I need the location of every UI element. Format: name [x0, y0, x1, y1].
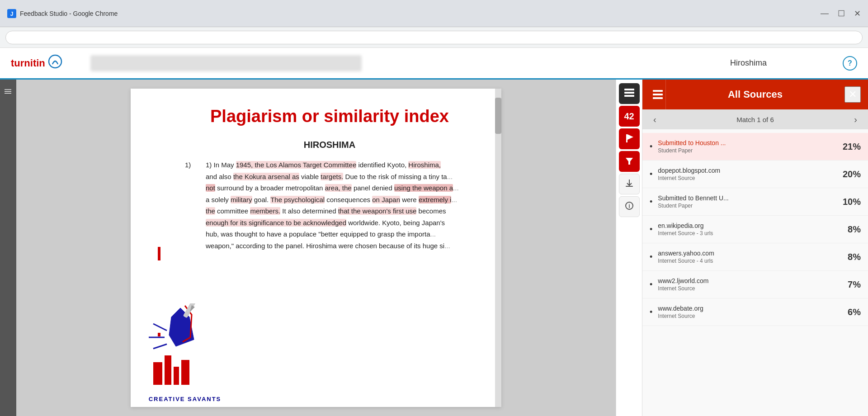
layers-icon: [624, 88, 634, 100]
address-bar-input[interactable]: [5, 31, 863, 44]
list-item-1: 1) 1) In May 1945, the Los Alamos Target…: [185, 159, 474, 251]
minimize-button[interactable]: —: [821, 9, 829, 19]
source-info: en.wikipedia.orgInternet Source - 3 urls: [658, 222, 834, 236]
info-button[interactable]: i: [619, 196, 640, 217]
source-type: Student Paper: [658, 203, 834, 209]
document-viewer: Plagiarism or similarity index HIROSHIMA…: [16, 80, 616, 416]
panel-header-left: [650, 80, 666, 109]
filter-button[interactable]: [619, 151, 640, 172]
turnitin-icon-svg: [48, 54, 62, 69]
source-item-7[interactable]: •www.debate.orgInternet Source6%: [642, 298, 868, 326]
scroll-thumb[interactable]: [495, 98, 501, 134]
highlight-psychological: The psychological: [270, 196, 325, 203]
source-name: en.wikipedia.org: [658, 222, 834, 229]
source-type: Internet Source: [658, 285, 834, 292]
browser-favicon: J: [7, 9, 16, 18]
source-name: dopepot.blogspot.com: [658, 167, 834, 174]
bookmark-marker-1: [158, 247, 160, 260]
highlight-1945: 1945, the Los Alamos Target Committee: [236, 161, 357, 169]
highlight-extremely: extremely i: [419, 196, 452, 203]
document-title: Hiroshima: [730, 58, 767, 68]
source-bullet-icon: •: [650, 280, 652, 289]
source-name: Submitted to Houston ...: [658, 139, 834, 147]
logo-area: CREATIVE SAVANTS: [126, 303, 244, 402]
source-percent: 6%: [834, 307, 861, 317]
source-percent: 20%: [834, 169, 861, 180]
highlight-hiroshima: Hiroshima,: [408, 161, 441, 169]
source-type: Student Paper: [658, 147, 834, 154]
source-name: www.debate.org: [658, 305, 834, 312]
source-item-5[interactable]: •answers.yahoo.comInternet Source - 4 ur…: [642, 243, 868, 271]
turnitin-logo-icon: [48, 54, 62, 72]
help-button[interactable]: ?: [843, 56, 857, 71]
flag-icon: [624, 133, 634, 145]
browser-title: J Feedback Studio - Google Chrome: [7, 9, 118, 18]
right-panel: All Sources ✕ ‹ Match 1 of 6 › •Submitte…: [642, 80, 868, 416]
source-bullet-icon: •: [650, 170, 652, 179]
source-percent: 8%: [834, 224, 861, 235]
source-item-3[interactable]: •Submitted to Bennett U...Student Paper1…: [642, 188, 868, 216]
close-button[interactable]: ✕: [854, 9, 861, 19]
highlight-members: members.: [250, 207, 280, 215]
score-button[interactable]: 42: [619, 106, 640, 127]
main-content: ||| Plagiarism or similarity index HIROS…: [0, 80, 868, 416]
layers-button[interactable]: [619, 83, 640, 104]
svg-text:i: i: [628, 203, 630, 209]
flag-button[interactable]: [619, 128, 640, 149]
source-percent: 8%: [834, 252, 861, 262]
source-percent: 10%: [834, 197, 861, 207]
blurred-content: [90, 55, 362, 71]
source-bullet-icon: •: [650, 252, 652, 262]
next-match-button[interactable]: ›: [850, 113, 861, 127]
svg-text:J: J: [10, 11, 14, 17]
list-number: 1): [185, 159, 198, 251]
svg-rect-7: [183, 303, 196, 318]
svg-marker-14: [626, 158, 633, 165]
source-name: www2.ljworld.com: [658, 277, 834, 284]
source-item-1[interactable]: •Submitted to Houston ...Student Paper21…: [642, 133, 868, 161]
source-item-2[interactable]: •dopepot.blogspot.comInternet Source20%: [642, 161, 868, 188]
panel-close-button[interactable]: ✕: [844, 86, 861, 103]
turnitin-logo: turnitin: [11, 54, 62, 72]
highlight-using: using the weapon a: [394, 184, 453, 192]
prev-match-button[interactable]: ‹: [650, 113, 660, 127]
highlight-military: military: [231, 196, 252, 203]
paragraph-text: 1) In May 1945, the Los Alamos Target Co…: [206, 159, 459, 251]
turnitin-name: turnitin: [11, 57, 45, 69]
highlight-on-japan: on Japan: [372, 196, 400, 203]
source-info: dopepot.blogspot.comInternet Source: [658, 167, 834, 181]
document-section-title: HIROSHIMA: [185, 140, 474, 150]
info-icon: i: [625, 201, 634, 213]
left-panel-toggle[interactable]: |||: [0, 80, 16, 416]
source-info: Submitted to Houston ...Student Paper: [658, 139, 834, 154]
download-icon: [625, 179, 634, 190]
app-header: turnitin Hiroshima ?: [0, 48, 868, 80]
svg-rect-11: [624, 95, 634, 97]
document-main-title: Plagiarism or similarity index: [185, 107, 474, 126]
scroll-track: [495, 89, 501, 407]
right-toolbar: 42: [616, 80, 642, 416]
svg-rect-6: [181, 360, 189, 385]
source-info: answers.yahoo.comInternet Source - 4 url…: [658, 250, 834, 264]
svg-rect-9: [624, 89, 634, 90]
browser-title-bar: J Feedback Studio - Google Chrome — ☐ ✕: [0, 0, 868, 27]
highlight-enough: enough for its significance to be acknow…: [206, 219, 346, 227]
document-body: 1) 1) In May 1945, the Los Alamos Target…: [185, 159, 474, 251]
browser-controls[interactable]: — ☐ ✕: [821, 9, 861, 19]
highlight-kokura: the Kokura arsenal as: [233, 173, 299, 180]
download-button[interactable]: [619, 174, 640, 194]
browser-title-text: Feedback Studio - Google Chrome: [20, 10, 118, 17]
source-bullet-icon: •: [650, 142, 652, 151]
highlight-targets: targets.: [321, 173, 343, 180]
source-item-4[interactable]: •en.wikipedia.orgInternet Source - 3 url…: [642, 216, 868, 243]
svg-rect-4: [165, 355, 171, 385]
source-item-6[interactable]: •www2.ljworld.comInternet Source7%: [642, 271, 868, 298]
toggle-icon: |||: [4, 89, 12, 94]
source-info: www.debate.orgInternet Source: [658, 305, 834, 319]
source-bullet-icon: •: [650, 307, 652, 317]
highlight-area: area, the: [325, 184, 352, 192]
maximize-button[interactable]: ☐: [838, 9, 845, 19]
source-percent: 7%: [834, 279, 861, 290]
document-page: Plagiarism or similarity index HIROSHIMA…: [131, 89, 501, 407]
source-bullet-icon: •: [650, 197, 652, 207]
